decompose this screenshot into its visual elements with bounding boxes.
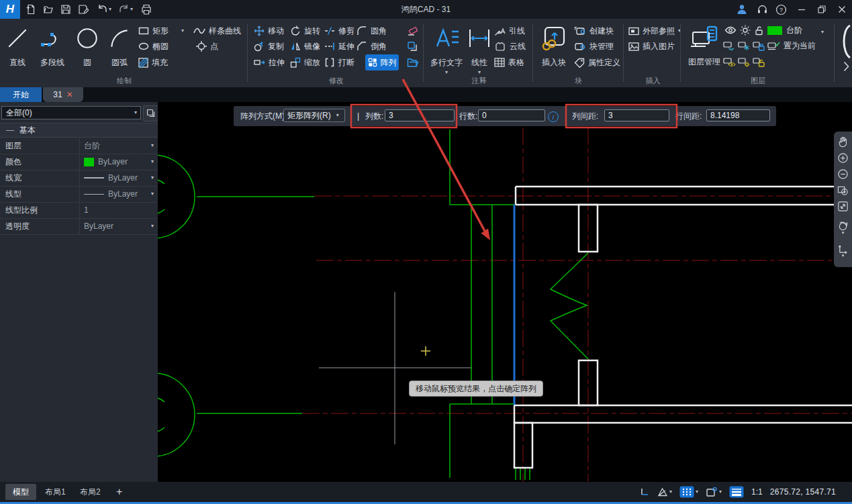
group-header-basic[interactable]: — 基本 [0, 123, 158, 138]
property-row-layer[interactable]: 图层 台阶▾ [0, 138, 158, 154]
layer-lock-toggle[interactable] [754, 23, 764, 37]
minimize-button[interactable] [794, 1, 810, 17]
layer-show-all-button[interactable] [723, 55, 736, 68]
drawing-canvas[interactable]: 阵列方式(M) 矩形阵列(R) ▾ | 列数: 3 行数: 0 i 列间距: 3… [158, 102, 852, 482]
scale-button[interactable]: 缩放 [290, 56, 320, 69]
lineweight-toggle[interactable] [729, 486, 744, 498]
rectangle-button[interactable]: 矩形 [138, 24, 169, 38]
layer-thaw-all-button[interactable] [738, 55, 751, 68]
orbit-dropdown[interactable]: ▾ [842, 231, 845, 235]
break-button[interactable]: 打断 [324, 56, 354, 69]
tab-close-icon[interactable]: ✕ [66, 90, 73, 99]
block-manager-button[interactable]: 块管理 [574, 40, 614, 53]
stretch-button[interactable]: 拉伸 [254, 56, 285, 69]
zoom-extents-button[interactable] [836, 199, 851, 213]
layout2-tab[interactable]: 布局2 [73, 484, 108, 500]
property-row-linetype[interactable]: 线型 ByLayer▾ [0, 186, 158, 203]
selection-filter-dropdown[interactable]: 全部(0) ▾ [1, 106, 141, 119]
hatch-button[interactable]: 填充 [138, 56, 168, 69]
polar-tracking-toggle[interactable]: ▾ [657, 487, 672, 497]
snap-grid-toggle[interactable]: ▾ [679, 486, 698, 498]
trim-button[interactable]: 修剪 [324, 24, 354, 38]
attribute-define-button[interactable]: 属性定义 [574, 56, 620, 69]
xref-button[interactable]: 外部参照 ▾ [628, 24, 681, 38]
ellipse-button[interactable]: 椭圆 [138, 40, 169, 53]
tab-document-31[interactable]: 31 ✕ [43, 87, 83, 102]
arc-button[interactable]: 圆弧 [105, 21, 134, 68]
circle-button[interactable]: 圆 [73, 21, 102, 68]
leader-button[interactable]: 引线 [494, 24, 525, 38]
chevron-down-icon[interactable]: ▾ [151, 175, 154, 181]
rotate-button[interactable]: 旋转 [290, 24, 320, 38]
layer-off-button[interactable] [723, 39, 735, 52]
layer-on-toggle[interactable] [724, 23, 737, 37]
open-file-button[interactable] [40, 1, 56, 17]
columns-input[interactable]: 3 [385, 109, 455, 121]
layer-color-swatch[interactable] [767, 26, 782, 35]
property-row-color[interactable]: 颜色 ByLayer▾ [0, 154, 158, 170]
layer-manager-button[interactable]: 图层管理 [687, 20, 722, 68]
model-tab[interactable]: 模型 [5, 484, 36, 500]
spline-button[interactable]: 样条曲线 [193, 24, 241, 38]
help-button[interactable]: ? [773, 1, 789, 17]
revision-cloud-button[interactable]: 云线 [494, 40, 526, 53]
pan-button[interactable] [836, 134, 851, 149]
move-button[interactable]: 移动 [254, 24, 284, 38]
zoom-window-button[interactable] [836, 183, 851, 197]
mtext-button[interactable]: 多行文字 ▾ [427, 21, 466, 75]
layer-dropdown[interactable]: ▾ [821, 26, 824, 36]
column-spacing-input[interactable]: 3 [604, 109, 669, 121]
array-mode-select[interactable]: 矩形阵列(R) ▾ [283, 109, 345, 122]
group-button[interactable] [407, 56, 419, 69]
extend-button[interactable]: 延伸 [324, 40, 354, 53]
table-button[interactable]: 表格 [494, 56, 524, 69]
create-block-button[interactable]: 创建块 [574, 24, 614, 38]
property-row-linetype-scale[interactable]: 线型比例 1 [0, 202, 158, 219]
mtext-dropdown[interactable]: ▾ [445, 70, 448, 75]
chevron-down-icon[interactable]: ▾ [151, 223, 154, 229]
object-snap-toggle[interactable]: ▾ [706, 487, 722, 497]
offset-button[interactable] [407, 40, 418, 53]
orbit-button[interactable]: ▾ [836, 220, 851, 235]
layer-freeze-button[interactable] [738, 39, 750, 52]
support-button[interactable] [754, 1, 770, 17]
ucs-dropdown[interactable]: ▾ [842, 254, 845, 258]
current-layer-name[interactable]: 台阶 [786, 25, 802, 36]
save-as-button[interactable] [75, 1, 91, 17]
app-logo[interactable]: H [0, 0, 20, 19]
zoom-out-button[interactable] [836, 166, 851, 181]
account-button[interactable] [734, 1, 750, 17]
add-layout-button[interactable]: + [109, 484, 130, 500]
chevron-down-icon[interactable]: ▾ [151, 159, 154, 164]
tab-start[interactable]: 开始 [0, 87, 42, 102]
scale-indicator[interactable]: 1:1 [751, 487, 763, 497]
linear-dim-dropdown[interactable]: ▾ [478, 70, 481, 75]
copy-button[interactable]: 复制 [254, 40, 284, 53]
mirror-button[interactable]: 镜像 [290, 40, 320, 53]
fillet-button[interactable]: 圆角 [357, 24, 387, 38]
info-icon[interactable]: i [548, 111, 559, 122]
redo-dropdown[interactable]: ▾ [128, 1, 136, 17]
close-button[interactable] [834, 1, 850, 17]
layer-thaw-toggle[interactable] [740, 23, 751, 37]
ribbon-expand-chevron[interactable] [841, 58, 851, 75]
linear-dim-button[interactable]: 线性 ▾ [467, 21, 491, 75]
set-current-layer-button[interactable]: 置为当前 [767, 39, 816, 52]
property-row-transparency[interactable]: 透明度 ByLayer▾ [0, 218, 158, 235]
chevron-down-icon[interactable]: ▾ [151, 191, 154, 197]
line-button[interactable]: 直线 [3, 21, 32, 68]
polyline-button[interactable]: 多段线 [35, 21, 70, 68]
ucs-button[interactable]: ▾ [836, 243, 851, 258]
new-file-button[interactable] [23, 1, 39, 17]
rectangle-dropdown[interactable]: ▾ [181, 24, 184, 38]
point-button[interactable]: 点 [196, 40, 218, 53]
array-button[interactable]: 阵列 [365, 54, 399, 70]
rows-input[interactable]: 0 [478, 109, 545, 121]
layout1-tab[interactable]: 布局1 [38, 484, 73, 500]
erase-button[interactable] [407, 24, 419, 38]
print-button[interactable] [138, 1, 154, 17]
insert-image-button[interactable]: 插入图片 [628, 40, 675, 53]
quick-properties-button[interactable] [143, 105, 158, 121]
chamfer-button[interactable]: 倒角 [357, 40, 387, 53]
ortho-toggle[interactable] [639, 487, 650, 497]
